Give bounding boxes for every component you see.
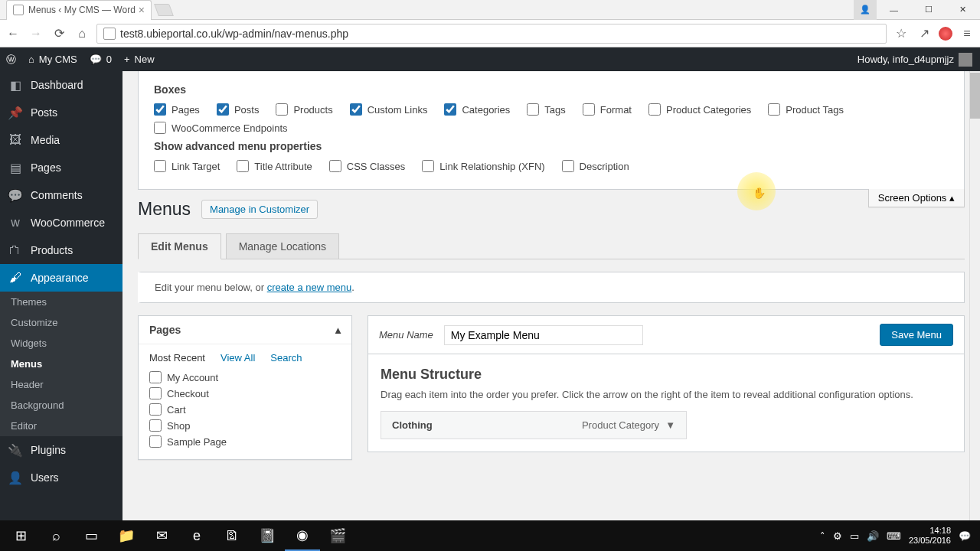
pbtab-all[interactable]: View All [220,352,255,364]
user-icon[interactable]: 👤 [854,0,877,20]
create-menu-link[interactable]: create a new menu [267,282,352,293]
menu-pages[interactable]: ▤Pages [0,154,122,181]
chk-link-target[interactable]: Link Target [154,160,220,172]
menu-item-clothing[interactable]: Clothing Product Category▼ [381,411,687,439]
chk-description[interactable]: Description [562,160,629,172]
page-icon [13,5,24,15]
menu-plugins[interactable]: 🔌Plugins [0,436,122,464]
submenu-widgets[interactable]: Widgets [0,333,122,354]
close-tab-icon[interactable]: × [139,4,145,16]
submenu-themes[interactable]: Themes [0,292,122,312]
taskbar-chrome[interactable]: ◉ [285,520,320,551]
menu-media[interactable]: 🖾Media [0,126,122,154]
start-button[interactable]: ⊞ [3,520,38,551]
taskbar-app[interactable]: 🎬 [320,520,355,551]
page-item[interactable]: Shop [149,419,341,432]
chk-tags[interactable]: Tags [527,103,565,116]
site-link[interactable]: ⌂My CMS [22,47,83,71]
tray-battery-icon[interactable]: ▭ [850,530,859,542]
extension-icon[interactable]: ↗ [916,25,933,42]
chk-pages[interactable]: Pages [154,103,200,116]
tab-edit-menus[interactable]: Edit Menus [138,233,221,259]
maximize-button[interactable]: ☐ [911,0,946,20]
comments-link[interactable]: 💬0 [83,47,118,71]
search-button[interactable]: ⌕ [38,520,74,551]
wp-logo[interactable]: ⓦ [0,47,22,71]
submenu-menus[interactable]: Menus [0,354,122,374]
media-icon: 🖾 [8,132,23,148]
menu-users[interactable]: 👤Users [0,464,122,491]
browser-tab[interactable]: Menus ‹ My CMS — Word × [6,0,152,20]
address-bar[interactable]: test8.ubieportal.co.uk/wp-admin/nav-menu… [96,24,887,44]
chk-title-attribute[interactable]: Title Attribute [237,160,312,172]
advanced-heading: Show advanced menu properties [154,140,949,152]
new-tab-button[interactable] [154,4,174,16]
submenu-customize[interactable]: Customize [0,312,122,333]
chk-product-tags[interactable]: Product Tags [768,103,844,116]
page-item[interactable]: Cart [149,403,341,416]
submenu-editor[interactable]: Editor [0,416,122,436]
taskbar-app[interactable]: e [179,520,214,551]
pbtab-recent[interactable]: Most Recent [149,352,205,364]
pbtab-search[interactable]: Search [270,352,302,364]
menu-posts[interactable]: 📌Posts [0,99,122,126]
home-button[interactable]: ⌂ [74,25,90,42]
chk-link-relationship[interactable]: Link Relationship (XFN) [422,160,544,172]
menu-products[interactable]: ⛫Products [0,236,122,264]
bookmark-icon[interactable]: ☆ [893,25,910,42]
taskbar-app[interactable]: 📁 [109,520,144,551]
save-menu-button[interactable]: Save Menu [880,324,953,346]
user-icon: 👤 [8,470,23,485]
scrollbar[interactable] [969,71,980,520]
chk-format[interactable]: Format [583,103,632,116]
menu-comments[interactable]: 💬Comments [0,181,122,209]
opera-icon[interactable] [939,27,952,41]
menu-woocommerce[interactable]: wWooCommerce [0,209,122,236]
page-item[interactable]: Sample Page [149,435,341,448]
wp-admin-bar: ⓦ ⌂My CMS 💬0 +New Howdy, info_d4upmjjz [0,47,980,71]
howdy-link[interactable]: Howdy, info_d4upmjjz [858,53,980,67]
page-item[interactable]: Checkout [149,387,341,399]
chk-product-categories[interactable]: Product Categories [648,103,751,116]
page-item[interactable]: My Account [149,371,341,383]
postbox-title[interactable]: Pages▴ [139,316,351,344]
chk-woo-endpoints[interactable]: WooCommerce Endpoints [154,122,288,134]
taskbar-app[interactable]: 🖻 [214,520,250,551]
tray-chevron-icon[interactable]: ˄ [820,530,825,542]
content-area: ✋ Boxes Pages Posts Products Custom Link… [122,71,980,520]
menu-appearance[interactable]: 🖌Appearance [0,264,122,292]
tray-volume-icon[interactable]: 🔊 [867,530,879,542]
menu-label: Dashboard [31,79,83,91]
menu-dashboard[interactable]: ◧Dashboard [0,71,122,99]
reload-button[interactable]: ⟳ [51,25,67,42]
chk-categories[interactable]: Categories [444,103,510,116]
dashboard-icon: ◧ [8,77,23,93]
notifications-icon[interactable]: 💬 [959,530,971,542]
back-button[interactable]: ← [5,25,21,42]
chk-css-classes[interactable]: CSS Classes [329,160,406,172]
taskbar-app[interactable]: 📓 [250,520,285,551]
tray-icon[interactable]: ⚙ [833,530,842,542]
menu-tabs: Edit Menus Manage Locations [138,233,965,259]
tray-input-icon[interactable]: ⌨ [887,530,901,542]
submenu-header[interactable]: Header [0,374,122,395]
tab-manage-locations[interactable]: Manage Locations [226,233,339,259]
scrollbar-thumb[interactable] [970,73,980,119]
screen-options-toggle[interactable]: Screen Options ▴ [868,189,965,207]
page-title: Menus [138,199,191,220]
manage-customizer-link[interactable]: Manage in Customizer [201,200,318,219]
menu-icon[interactable]: ≡ [959,25,975,42]
clock[interactable]: 14:18 23/05/2016 [909,526,951,546]
chk-custom-links[interactable]: Custom Links [350,103,428,116]
chevron-down-icon[interactable]: ▼ [665,419,675,431]
close-window-button[interactable]: ✕ [946,0,980,20]
minimize-button[interactable]: — [877,0,911,20]
menu-name-input[interactable] [444,325,643,345]
submenu-background[interactable]: Background [0,395,122,416]
new-link[interactable]: +New [118,47,161,71]
taskbar-app[interactable]: ✉ [144,520,179,551]
forward-button[interactable]: → [28,25,44,42]
chk-products[interactable]: Products [276,103,332,116]
chk-posts[interactable]: Posts [217,103,260,116]
task-view-button[interactable]: ▭ [74,520,109,551]
